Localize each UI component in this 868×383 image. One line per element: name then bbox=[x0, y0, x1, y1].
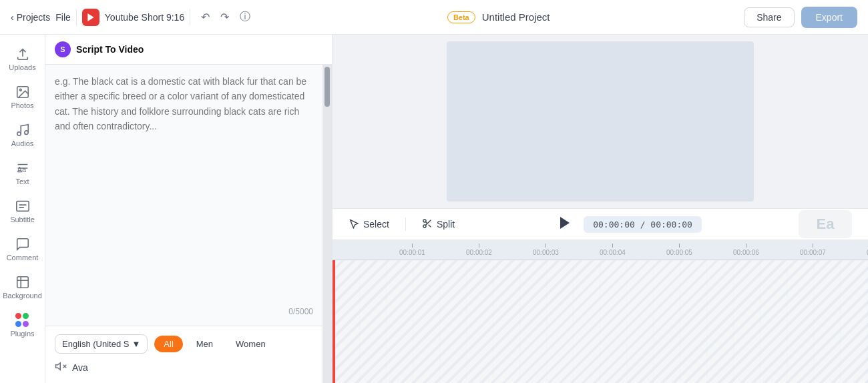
project-name[interactable]: Untitled Project bbox=[482, 11, 550, 23]
ruler-mark-3: 00:00:03 bbox=[533, 244, 559, 256]
undo-button[interactable]: ↶ bbox=[198, 8, 212, 26]
app-logo-icon bbox=[82, 9, 99, 26]
scissors-icon bbox=[422, 218, 433, 231]
voice-filter-men[interactable]: Men bbox=[187, 336, 222, 352]
playhead-bar[interactable] bbox=[333, 260, 335, 383]
svg-rect-6 bbox=[17, 277, 28, 288]
preview-area bbox=[333, 35, 868, 208]
ruler-time-1: 00:00:01 bbox=[399, 249, 425, 256]
split-tool-button[interactable]: Split bbox=[417, 216, 460, 234]
canvas-preview bbox=[447, 41, 754, 202]
svg-text:Aa: Aa bbox=[17, 165, 26, 173]
ruler-mark-6: 00:00:06 bbox=[733, 244, 759, 256]
subtitle-label: Subtitle bbox=[10, 216, 35, 224]
photos-label: Photos bbox=[11, 101, 33, 109]
ruler-mark-2: 00:00:02 bbox=[466, 244, 492, 256]
plugins-label: Plugins bbox=[10, 330, 34, 338]
sidebar-item-photos[interactable]: Photos bbox=[3, 79, 42, 115]
svg-point-1 bbox=[19, 89, 21, 91]
voice-filter-all[interactable]: All bbox=[154, 336, 182, 352]
back-label: Projects bbox=[17, 12, 51, 23]
comment-label: Comment bbox=[7, 254, 39, 262]
play-button[interactable] bbox=[557, 215, 573, 234]
language-label: English (United S bbox=[62, 339, 129, 349]
char-count: 0/5000 bbox=[288, 307, 313, 316]
voice-mute-button[interactable] bbox=[55, 360, 67, 375]
panel-logo-text: S bbox=[60, 45, 65, 53]
voice-filters: All Men Women bbox=[154, 336, 274, 352]
chevron-down-icon: ▼ bbox=[132, 339, 140, 349]
back-arrow-icon: ‹ bbox=[11, 12, 14, 23]
svg-marker-7 bbox=[56, 363, 61, 370]
ruler-mark-5: 00:00:05 bbox=[666, 244, 692, 256]
script-input[interactable] bbox=[55, 74, 313, 221]
script-panel: S Script To Video 0/5000 English (United… bbox=[45, 35, 333, 383]
workspace: Select Split 00:00:00 / 00:00:00 Ea 00:0… bbox=[333, 35, 868, 383]
audios-label: Audios bbox=[11, 139, 34, 147]
export-button[interactable]: Export bbox=[801, 7, 857, 28]
sidebar-item-text[interactable]: Aa Text bbox=[3, 155, 42, 191]
beta-badge: Beta bbox=[447, 11, 475, 23]
svg-point-11 bbox=[423, 225, 426, 228]
back-projects-link[interactable]: ‹ Projects bbox=[11, 12, 50, 23]
ruler-mark-4: 00:00:04 bbox=[600, 244, 626, 256]
uploads-label: Uploads bbox=[9, 63, 35, 71]
select-label: Select bbox=[363, 219, 389, 230]
ea-badge: Ea bbox=[799, 210, 852, 238]
ruler-time-2: 00:00:02 bbox=[466, 249, 492, 256]
ruler-mark-7: 00:00:07 bbox=[800, 244, 826, 256]
icon-sidebar: Uploads Photos Audios Aa Text Subtitle C… bbox=[0, 35, 45, 383]
panel-header: S Script To Video bbox=[45, 35, 332, 65]
script-area: 0/5000 bbox=[45, 65, 332, 326]
topbar-right: Share Export bbox=[744, 7, 857, 28]
svg-point-10 bbox=[423, 220, 426, 222]
tool-separator bbox=[405, 218, 406, 231]
undo-redo-group: ↶ ↷ bbox=[198, 8, 232, 26]
timeline-toolbar: Select Split 00:00:00 / 00:00:00 Ea bbox=[333, 208, 868, 240]
svg-point-3 bbox=[24, 131, 28, 135]
topbar-divider bbox=[76, 9, 77, 25]
timeline-tracks bbox=[333, 260, 868, 383]
ruler-time-4: 00:00:04 bbox=[600, 249, 626, 256]
main-area: Uploads Photos Audios Aa Text Subtitle C… bbox=[0, 35, 868, 383]
sidebar-item-subtitle[interactable]: Subtitle bbox=[3, 194, 42, 229]
help-button[interactable]: ⓘ bbox=[237, 7, 253, 27]
language-select[interactable]: English (United S ▼ bbox=[55, 334, 148, 354]
share-button[interactable]: Share bbox=[744, 7, 794, 27]
sidebar-item-uploads[interactable]: Uploads bbox=[3, 41, 42, 77]
text-label: Text bbox=[15, 177, 29, 185]
voice-name: Ava bbox=[72, 362, 88, 373]
ruler-time-5: 00:00:05 bbox=[666, 249, 692, 256]
cursor-icon bbox=[349, 218, 359, 231]
voice-filter-women[interactable]: Women bbox=[226, 336, 275, 352]
timeline-ruler: 00:00:01 00:00:02 00:00:03 00:00:04 00:0… bbox=[333, 240, 868, 260]
voice-row: Ava bbox=[55, 360, 322, 375]
background-label: Background bbox=[3, 292, 42, 300]
sidebar-item-audios[interactable]: Audios bbox=[3, 117, 42, 153]
split-label: Split bbox=[437, 219, 455, 230]
topbar-left: ‹ Projects File Youtube Short 9:16 ↶ ↷ ⓘ bbox=[11, 7, 253, 27]
ruler-time-3: 00:00:03 bbox=[533, 249, 559, 256]
svg-point-2 bbox=[17, 132, 21, 136]
svg-line-13 bbox=[429, 224, 431, 227]
panel-title: Script To Video bbox=[76, 44, 144, 55]
ruler-time-7: 00:00:07 bbox=[800, 249, 826, 256]
topbar-center: Beta Untitled Project bbox=[261, 11, 736, 23]
panel-logo: S bbox=[55, 41, 71, 57]
svg-line-14 bbox=[425, 222, 427, 224]
redo-button[interactable]: ↷ bbox=[218, 8, 232, 26]
sidebar-item-background[interactable]: Background bbox=[3, 270, 42, 305]
lang-voice-row: English (United S ▼ All Men Women bbox=[55, 334, 322, 354]
svg-marker-15 bbox=[560, 217, 570, 229]
sidebar-item-comment[interactable]: Comment bbox=[3, 232, 42, 267]
file-menu[interactable]: File bbox=[55, 12, 71, 23]
sidebar-item-plugins[interactable]: Plugins bbox=[3, 308, 42, 343]
svg-rect-5 bbox=[16, 202, 28, 212]
topbar-divider2 bbox=[190, 9, 190, 25]
project-type-label: Youtube Short 9:16 bbox=[105, 12, 184, 23]
panel-footer: English (United S ▼ All Men Women Ava bbox=[45, 326, 332, 383]
ruler-mark-1: 00:00:01 bbox=[399, 244, 425, 256]
ruler-time-6: 00:00:06 bbox=[733, 249, 759, 256]
timecode-display: 00:00:00 / 00:00:00 bbox=[584, 216, 702, 233]
select-tool-button[interactable]: Select bbox=[343, 216, 395, 234]
